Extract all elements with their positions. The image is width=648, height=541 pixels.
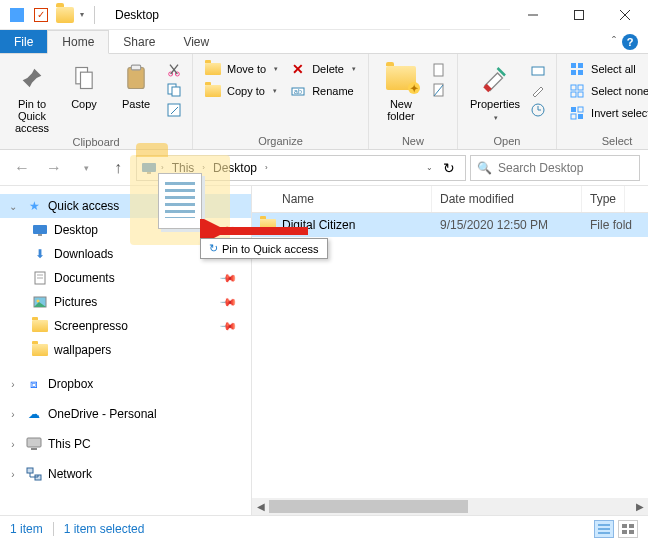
chevron-right-icon[interactable]: › — [202, 163, 205, 172]
address-bar-row: ← → ▾ ↑ › This › Desktop › ⌄ ↻ 🔍 Search … — [0, 150, 648, 186]
qat-properties-icon[interactable]: ✓ — [32, 6, 50, 24]
dropbox-icon: ⧈ — [26, 376, 42, 392]
delete-button[interactable]: ✕Delete▾ — [288, 60, 358, 78]
refresh-button[interactable]: ↻ — [437, 160, 461, 176]
paste-button[interactable]: Paste — [114, 60, 158, 112]
close-button[interactable] — [602, 0, 648, 30]
scroll-right-icon[interactable]: ▶ — [631, 498, 648, 515]
sidebar-item-dropbox[interactable]: ›⧈Dropbox — [0, 372, 251, 396]
scroll-thumb[interactable] — [269, 500, 468, 513]
breadcrumb-segment[interactable]: This — [168, 161, 199, 175]
tab-view[interactable]: View — [169, 30, 223, 53]
tab-home[interactable]: Home — [47, 30, 109, 54]
svg-rect-28 — [578, 107, 583, 112]
chevron-right-icon[interactable]: › — [6, 409, 20, 420]
tab-share[interactable]: Share — [109, 30, 169, 53]
new-item-icon[interactable] — [431, 62, 447, 78]
forward-button[interactable]: → — [40, 154, 68, 182]
quick-access-toolbar: ✓ ▾ Desktop — [0, 6, 159, 24]
chevron-down-icon: ▾ — [273, 87, 277, 95]
pin-to-quick-access-button[interactable]: Pin to Quick access — [10, 60, 54, 136]
invert-selection-button[interactable]: Invert selection — [567, 104, 648, 122]
chevron-down-icon[interactable]: ⌄ — [6, 201, 20, 212]
svg-rect-17 — [532, 67, 544, 75]
column-header-type[interactable]: Type — [582, 186, 625, 212]
link-icon: ↻ — [209, 242, 218, 255]
list-item[interactable]: Digital Citizen 9/15/2020 12:50 PM File … — [252, 213, 648, 237]
svg-rect-20 — [578, 63, 583, 68]
group-label: Select — [567, 135, 648, 149]
sidebar-item-quick-access[interactable]: ⌄ ★ Quick access — [0, 194, 251, 218]
svg-rect-30 — [578, 114, 583, 119]
cut-icon[interactable] — [166, 62, 182, 78]
sidebar-item-thispc[interactable]: ›This PC — [0, 432, 251, 456]
qat-customize-caret[interactable]: ▾ — [80, 10, 84, 19]
move-to-button[interactable]: Move to▾ — [203, 60, 280, 78]
sidebar-item-network[interactable]: ›Network — [0, 462, 251, 486]
copy-to-button[interactable]: Copy to▾ — [203, 82, 280, 100]
edit-icon[interactable] — [530, 82, 546, 98]
copy-button[interactable]: Copy — [62, 60, 106, 112]
history-icon[interactable] — [530, 102, 546, 118]
chevron-right-icon[interactable]: › — [161, 163, 164, 172]
sidebar-item-screenpresso[interactable]: Screenpresso📌 — [0, 314, 251, 338]
chevron-right-icon[interactable]: › — [265, 163, 268, 172]
easy-access-icon[interactable] — [431, 82, 447, 98]
ribbon: Pin to Quick access Copy Paste Clipboard… — [0, 54, 648, 150]
column-header-name[interactable]: Name — [252, 186, 432, 212]
this-pc-icon — [26, 436, 42, 452]
paste-shortcut-icon[interactable] — [166, 102, 182, 118]
sidebar-item-label: Pictures — [54, 295, 97, 309]
properties-button[interactable]: Properties▾ — [468, 60, 522, 124]
titlebar: ✓ ▾ Desktop — [0, 0, 648, 30]
main-area: ⌄ ★ Quick access Desktop📌 ⬇Downloads📌 Do… — [0, 186, 648, 515]
properties-icon — [479, 62, 511, 94]
horizontal-scrollbar[interactable]: ◀ ▶ — [252, 498, 648, 515]
chevron-right-icon[interactable]: › — [6, 379, 20, 390]
search-input[interactable]: 🔍 Search Desktop — [470, 155, 640, 181]
sidebar-item-pictures[interactable]: Pictures📌 — [0, 290, 251, 314]
group-label: New — [379, 135, 447, 149]
select-all-button[interactable]: Select all — [567, 60, 648, 78]
select-none-button[interactable]: Select none — [567, 82, 648, 100]
pin-label: Pin to Quick access — [12, 98, 52, 134]
file-list[interactable]: Name Date modified Type Digital Citizen … — [252, 186, 648, 515]
chevron-right-icon[interactable]: › — [6, 439, 20, 450]
rename-button[interactable]: abRename — [288, 82, 358, 100]
maximize-button[interactable] — [556, 0, 602, 30]
address-bar[interactable]: › This › Desktop › ⌄ ↻ — [136, 155, 466, 181]
up-button[interactable]: ↑ — [104, 154, 132, 182]
help-icon[interactable]: ? — [622, 34, 638, 50]
history-dropdown-icon[interactable]: ⌄ — [426, 163, 433, 172]
scroll-left-icon[interactable]: ◀ — [252, 498, 269, 515]
documents-icon — [32, 270, 48, 286]
recent-locations-button[interactable]: ▾ — [72, 154, 100, 182]
sidebar-item-wallpapers[interactable]: wallpapers — [0, 338, 251, 362]
sidebar-item-onedrive[interactable]: ›☁OneDrive - Personal — [0, 402, 251, 426]
pin-icon: 📌 — [218, 268, 237, 287]
drag-tooltip: ↻ Pin to Quick access — [200, 238, 328, 259]
column-header-date[interactable]: Date modified — [432, 186, 582, 212]
new-folder-button[interactable]: ✦ New folder — [379, 60, 423, 124]
sidebar-item-documents[interactable]: Documents📌 — [0, 266, 251, 290]
details-view-button[interactable] — [594, 520, 614, 538]
minimize-button[interactable] — [510, 0, 556, 30]
tab-file[interactable]: File — [0, 30, 47, 53]
svg-rect-6 — [128, 68, 144, 89]
thumbnails-view-button[interactable] — [618, 520, 638, 538]
chevron-down-icon: ▾ — [352, 65, 356, 73]
status-bar: 1 item 1 item selected — [0, 515, 648, 541]
paste-icon — [120, 62, 152, 94]
app-icon — [8, 6, 26, 24]
sidebar-item-label: Quick access — [48, 199, 119, 213]
open-icon[interactable] — [530, 62, 546, 78]
back-button[interactable]: ← — [8, 154, 36, 182]
sidebar-item-label: Downloads — [54, 247, 113, 261]
breadcrumb-segment[interactable]: Desktop — [209, 161, 261, 175]
collapse-ribbon-caret[interactable]: ˆ — [612, 35, 616, 49]
window-controls — [510, 0, 648, 30]
copy-path-icon[interactable] — [166, 82, 182, 98]
qat-newfolder-icon[interactable] — [56, 6, 74, 24]
chevron-right-icon[interactable]: › — [6, 469, 20, 480]
svg-rect-12 — [168, 104, 180, 116]
